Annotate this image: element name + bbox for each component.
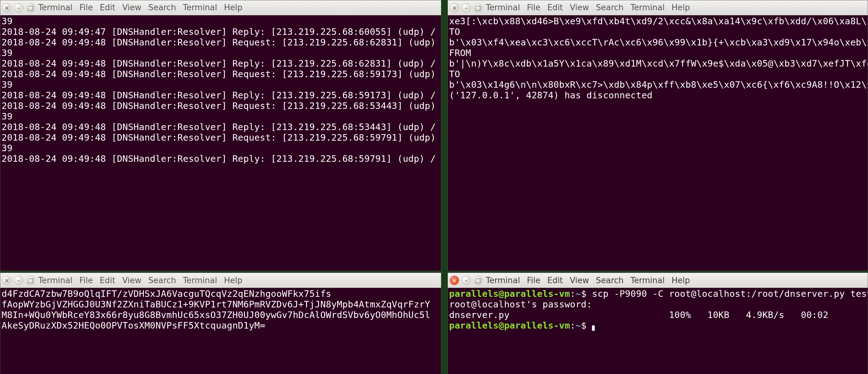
terminal-top-right[interactable]: × – □ TerminalFileEditViewSearchTerminal… [447,0,868,271]
menu-edit[interactable]: Edit [547,3,563,12]
menu-help[interactable]: Help [224,3,243,12]
menu-file[interactable]: File [527,3,540,12]
menu-search[interactable]: Search [148,3,176,12]
minimize-icon[interactable]: – [14,276,23,285]
terminal-body[interactable]: d4FzdCA7zbw7B9oQlqIFT/zVDHSxJA6VacguTQcq… [0,288,441,374]
menu-search[interactable]: Search [596,276,624,285]
menu-edit[interactable]: Edit [100,3,115,12]
menubar[interactable]: TerminalFileEditViewSearchTerminalHelp [486,3,690,12]
menu-view[interactable]: View [122,3,142,12]
menu-search[interactable]: Search [596,3,624,12]
terminal-bottom-left[interactable]: × – □ TerminalFileEditViewSearchTerminal… [0,273,441,374]
menu-terminal[interactable]: Terminal [183,276,217,285]
titlebar[interactable]: × – □ TerminalFileEditViewSearchTerminal… [448,0,868,15]
menu-edit[interactable]: Edit [547,276,563,285]
terminal-bottom-right[interactable]: × – □ TerminalFileEditViewSearchTerminal… [447,273,868,374]
menu-terminal[interactable]: Terminal [183,3,217,12]
menu-terminal[interactable]: Terminal [630,3,665,12]
minimize-icon[interactable]: – [14,3,23,12]
menu-search[interactable]: Search [148,276,176,285]
window-buttons: × – □ [450,276,483,285]
menu-terminal[interactable]: Terminal [38,3,72,12]
menu-edit[interactable]: Edit [100,276,115,285]
menu-help[interactable]: Help [224,276,243,285]
close-icon[interactable]: × [2,3,11,12]
menubar[interactable]: TerminalFileEditViewSearchTerminalHelp [38,3,243,12]
titlebar[interactable]: × – □ TerminalFileEditViewSearchTerminal… [448,273,868,288]
terminal-body[interactable]: parallels@parallels-vm:~$ scp -P9090 -C … [448,288,868,374]
terminal-body[interactable]: 39 2018-08-24 09:49:47 [DNSHandler:Resol… [0,15,441,271]
menu-help[interactable]: Help [672,276,690,285]
menu-file[interactable]: File [80,276,93,285]
menu-terminal[interactable]: Terminal [486,276,520,285]
menu-view[interactable]: View [570,3,589,12]
maximize-icon[interactable]: □ [26,276,35,285]
cursor [592,325,595,331]
minimize-icon[interactable]: – [462,276,471,285]
menu-terminal[interactable]: Terminal [38,276,72,285]
menu-file[interactable]: File [80,3,93,12]
menu-terminal[interactable]: Terminal [486,3,520,12]
titlebar[interactable]: × – □ TerminalFileEditViewSearchTerminal… [0,273,441,288]
titlebar[interactable]: × – □ TerminalFileEditViewSearchTerminal… [0,0,441,15]
window-buttons: × – □ [450,3,483,12]
window-buttons: × – □ [2,3,35,12]
maximize-icon[interactable]: □ [473,3,483,12]
maximize-icon[interactable]: □ [26,3,35,12]
close-icon[interactable]: × [2,276,11,285]
menu-view[interactable]: View [122,276,142,285]
menu-view[interactable]: View [570,276,589,285]
menubar[interactable]: TerminalFileEditViewSearchTerminalHelp [38,276,243,285]
terminal-top-left[interactable]: × – □ TerminalFileEditViewSearchTerminal… [0,0,441,271]
minimize-icon[interactable]: – [462,3,471,12]
menu-terminal[interactable]: Terminal [630,276,665,285]
menu-help[interactable]: Help [672,3,690,12]
close-icon[interactable]: × [450,276,459,285]
terminal-body[interactable]: xe3[:\xcb\x88\xd46>B\xe9\xfd\xb4t\xd9/2\… [448,15,868,271]
maximize-icon[interactable]: □ [473,276,483,285]
close-icon[interactable]: × [450,3,459,12]
menubar[interactable]: TerminalFileEditViewSearchTerminalHelp [486,276,690,285]
menu-file[interactable]: File [527,276,540,285]
window-buttons: × – □ [2,276,35,285]
